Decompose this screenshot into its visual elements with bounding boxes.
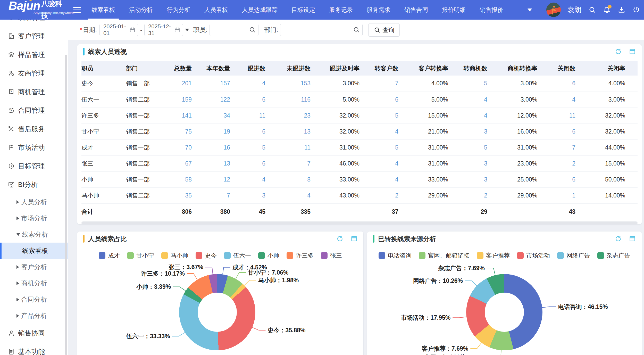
count-link[interactable]: 19 (223, 128, 230, 135)
nav-item-9[interactable]: 销售合同 (397, 0, 435, 20)
nav-item-6[interactable]: 目标设定 (285, 0, 322, 20)
nav-item-8[interactable]: 服务需求 (360, 0, 397, 20)
donut-chart[interactable]: 成才：4.52%甘小宁：7.06%马小帅：1.98%史今：35.88%伍六一：3… (77, 264, 363, 355)
count-link[interactable]: 11 (259, 112, 265, 119)
legend-item[interactable]: 成才 (99, 252, 120, 260)
refresh-icon[interactable] (336, 235, 344, 243)
legend-item[interactable]: 马小帅 (161, 252, 188, 260)
sidebar-item-14[interactable]: 线索看板 (0, 243, 68, 259)
table-cell[interactable]: 8 (265, 171, 311, 187)
sidebar-item-8[interactable]: 市场活动 (0, 138, 68, 157)
expand-window-icon[interactable] (350, 235, 358, 242)
sidebar-item-13[interactable]: 线索分析 (0, 226, 68, 243)
column-header[interactable]: 职员 (81, 61, 126, 76)
table-cell[interactable]: 7 (265, 155, 311, 171)
sidebar-item-3[interactable]: 样品管理 (0, 45, 68, 64)
table-cell[interactable]: 5 (448, 139, 487, 155)
table-cell[interactable]: 70 (160, 139, 192, 155)
legend-item[interactable]: 杂志广告 (597, 252, 630, 260)
table-cell[interactable]: 35 (160, 187, 192, 203)
table-cell[interactable]: 4 (448, 108, 487, 123)
legend-item[interactable]: 伍六一 (224, 252, 251, 260)
sidebar-item-10[interactable]: BI分析 (0, 175, 68, 194)
legend-item[interactable]: 电话咨询 (379, 252, 412, 260)
table-cell[interactable]: 12 (192, 171, 230, 187)
table-cell[interactable]: 201 (160, 76, 192, 92)
bell-icon[interactable] (603, 6, 611, 14)
count-link[interactable]: 67 (185, 160, 192, 167)
horizontal-scrollbar[interactable] (81, 221, 638, 225)
avatar[interactable] (546, 3, 561, 17)
table-cell[interactable]: 4 (230, 76, 265, 92)
legend-item[interactable]: 客户推荐 (477, 252, 510, 260)
table-cell[interactable]: 6 (359, 92, 398, 108)
user-name[interactable]: 袁朗 (567, 5, 582, 15)
count-link[interactable]: 2 (395, 192, 398, 199)
legend-item[interactable]: 市场活动 (517, 252, 550, 260)
dept-input[interactable] (280, 24, 363, 36)
count-link[interactable]: 4 (395, 128, 398, 135)
table-cell[interactable]: 4 (230, 171, 265, 187)
nav-item-11[interactable]: 销售报价 (473, 0, 510, 20)
table-cell[interactable]: 153 (265, 76, 311, 92)
refresh-icon[interactable] (614, 48, 622, 55)
table-cell[interactable]: 4 (537, 92, 575, 108)
table-cell[interactable]: 13 (192, 155, 230, 171)
count-link[interactable]: 3 (262, 192, 265, 199)
table-cell[interactable]: 5 (230, 139, 265, 155)
column-header[interactable]: 跟进及时率 (311, 61, 359, 76)
column-header[interactable]: 关闭率 (575, 61, 638, 76)
count-link[interactable]: 1 (572, 192, 575, 199)
table-cell[interactable]: 4 (359, 171, 398, 187)
nav-more-caret-icon[interactable] (528, 9, 532, 11)
count-link[interactable]: 159 (182, 96, 192, 103)
count-link[interactable]: 70 (185, 144, 192, 151)
count-link[interactable]: 13 (304, 128, 311, 135)
legend-item[interactable]: 小帅 (258, 252, 279, 260)
table-cell[interactable]: 11 (265, 139, 311, 155)
sidebar-item-2[interactable]: 客户管理 (0, 27, 68, 45)
table-cell[interactable]: 4 (359, 155, 398, 171)
count-link[interactable]: 201 (182, 80, 192, 87)
nav-item-4[interactable]: 人员看板 (197, 0, 235, 20)
count-link[interactable]: 5 (484, 144, 487, 151)
table-cell[interactable]: 5 (448, 76, 487, 92)
count-link[interactable]: 5 (262, 144, 265, 151)
sidebar-item-12[interactable]: 市场分析 (0, 210, 68, 226)
search-icon[interactable] (353, 26, 360, 35)
column-header[interactable]: 未跟进数 (265, 61, 311, 76)
count-link[interactable]: 141 (182, 112, 192, 119)
app-logo[interactable]: Bajun 八骏科技 Anyone,Anytime,Anywhere! (0, 0, 68, 22)
download-icon[interactable] (617, 6, 626, 14)
column-header[interactable]: 部门 (126, 61, 160, 76)
legend-item[interactable]: 张三 (321, 252, 342, 260)
count-link[interactable]: 5 (484, 80, 487, 87)
table-cell[interactable]: 2 (448, 187, 487, 203)
sidebar-item-11[interactable]: 人员分析 (0, 194, 68, 210)
count-link[interactable]: 4 (395, 176, 398, 183)
search-icon[interactable] (249, 26, 256, 35)
count-link[interactable]: 75 (185, 128, 192, 135)
table-cell[interactable]: 75 (160, 123, 192, 139)
count-link[interactable]: 6 (262, 160, 265, 167)
count-link[interactable]: 6 (572, 80, 575, 87)
date-to-picker[interactable]: 2025-12-31 (144, 24, 183, 36)
sidebar-item-4[interactable]: 友商管理 (0, 64, 68, 82)
count-link[interactable]: 153 (301, 80, 311, 87)
count-link[interactable]: 13 (223, 160, 230, 167)
donut-chart[interactable]: 电话咨询：46.15%官网、邮箱链接：10.26%客户推荐：7.69%市场活动：… (367, 264, 642, 355)
count-link[interactable]: 4 (262, 176, 265, 183)
nav-item-1[interactable]: 线索看板 (85, 0, 122, 20)
count-link[interactable]: 157 (220, 80, 230, 87)
count-link[interactable]: 5 (395, 112, 398, 119)
count-link[interactable]: 58 (185, 176, 192, 183)
table-cell[interactable]: 6 (230, 155, 265, 171)
expand-window-icon[interactable] (629, 235, 636, 242)
table-cell[interactable]: 2 (537, 155, 575, 171)
power-icon[interactable] (632, 6, 640, 14)
table-cell[interactable]: 6 (230, 123, 265, 139)
table-cell[interactable]: 4 (448, 92, 487, 108)
search-icon[interactable] (588, 6, 596, 14)
table-cell[interactable]: 5 (359, 139, 398, 155)
refresh-icon[interactable] (614, 235, 622, 243)
